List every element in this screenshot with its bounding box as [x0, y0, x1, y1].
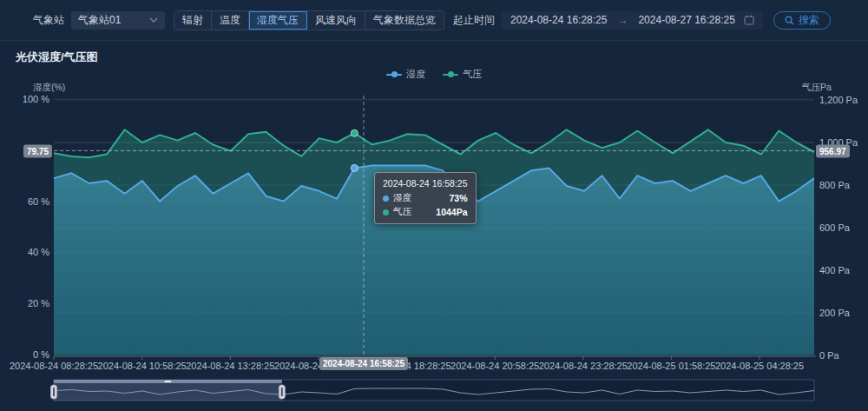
right-axis-pointer-badge: 956.97: [816, 144, 850, 157]
tooltip-row-pressure: 气压 1044Pa: [383, 206, 468, 218]
datazoom-right-handle[interactable]: [278, 384, 286, 400]
datazoom-left-handle[interactable]: [50, 384, 58, 400]
chart-tooltip: 2024-08-24 16:58:25 湿度 73% 气压 1044Pa: [374, 172, 477, 224]
x-axis-pointer-badge: 2024-08-24 16:58:25: [319, 357, 408, 370]
tooltip-row-humidity: 湿度 73%: [383, 192, 468, 204]
datazoom-window[interactable]: [54, 380, 282, 401]
pressure-dot-icon: [383, 209, 389, 215]
humidity-dot-icon: [383, 196, 389, 202]
left-axis-pointer-badge: 79.75: [23, 144, 52, 157]
weather-dashboard: 气象站 气象站01 辐射温度湿度气压风速风向气象数据总览 起止时间 2024-0…: [0, 0, 868, 411]
tooltip-time: 2024-08-24 16:58:25: [383, 178, 468, 189]
